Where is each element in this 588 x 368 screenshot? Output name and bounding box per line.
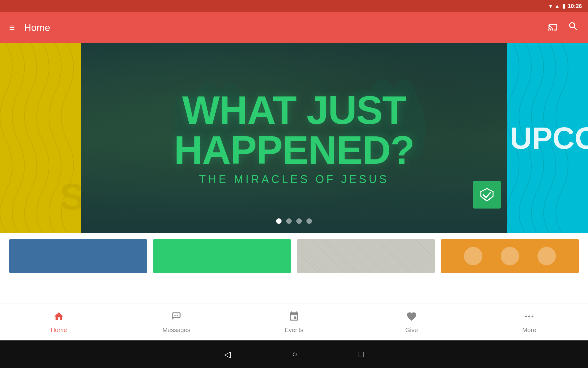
carousel-text-overlay: WHAT JUSTHAPPENED? THE MIRACLES OF JESUS (124, 90, 464, 186)
nav-item-events[interactable]: Events (235, 311, 353, 334)
home-button[interactable]: ○ (292, 349, 297, 359)
card-gray[interactable] (297, 239, 435, 273)
wifi-icon: ▾ (549, 3, 552, 10)
carousel-dot-1[interactable] (276, 218, 282, 224)
time-display: 10:26 (568, 3, 582, 10)
back-button[interactable]: ◁ (224, 349, 231, 359)
bottom-nav: Home Messages Events Give (0, 304, 588, 340)
nav-item-more[interactable]: More (470, 311, 588, 334)
card-green[interactable] (153, 239, 291, 273)
search-icon[interactable] (568, 21, 579, 34)
home-icon (53, 311, 64, 325)
carousel-dot-2[interactable] (286, 218, 292, 224)
carousel-right-panel: UPCO (507, 43, 588, 233)
carousel-right-text: UPCO (510, 121, 588, 156)
carousel-sub-title: THE MIRACLES OF JESUS (124, 173, 464, 186)
carousel-left-text: S (60, 175, 81, 218)
card-blue[interactable] (9, 239, 147, 273)
messages-icon (171, 311, 182, 325)
carousel-dot-4[interactable] (307, 218, 312, 224)
nav-item-give[interactable]: Give (353, 311, 470, 334)
cast-icon[interactable] (548, 21, 559, 34)
more-icon (524, 311, 535, 325)
carousel-dots[interactable] (276, 218, 312, 224)
give-icon (406, 311, 417, 325)
nav-label-more: More (522, 327, 536, 334)
svg-point-9 (537, 247, 556, 265)
cards-section (0, 233, 588, 279)
nav-item-messages[interactable]: Messages (118, 311, 235, 334)
svg-point-8 (501, 247, 519, 265)
nav-label-home: Home (51, 327, 67, 334)
recents-button[interactable]: □ (359, 349, 364, 359)
svg-point-12 (532, 316, 533, 317)
badge-icon (473, 181, 501, 209)
carousel-dot-3[interactable] (296, 218, 302, 224)
carousel-center-panel[interactable]: WHAT JUSTHAPPENED? THE MIRACLES OF JESUS (81, 43, 507, 233)
status-bar: ▾ ▲ ▮ 10:26 (0, 0, 588, 12)
carousel-left-panel: S (0, 43, 81, 233)
status-bar-icons: ▾ ▲ ▮ 10:26 (549, 3, 582, 10)
nav-label-events: Events (285, 327, 303, 334)
events-icon (288, 311, 300, 325)
app-bar: ≡ Home (0, 12, 588, 43)
system-nav-bar: ◁ ○ □ (0, 340, 588, 368)
signal-icon: ▲ (554, 3, 560, 10)
app-bar-actions (548, 21, 579, 34)
page-title: Home (24, 22, 50, 33)
card-orange[interactable] (441, 239, 579, 273)
carousel-main-title: WHAT JUSTHAPPENED? (124, 90, 464, 170)
menu-icon[interactable]: ≡ (9, 22, 15, 33)
battery-icon: ▮ (562, 3, 565, 10)
svg-point-7 (464, 247, 482, 265)
nav-label-give: Give (405, 327, 418, 334)
svg-point-10 (525, 316, 527, 317)
nav-item-home[interactable]: Home (0, 311, 118, 334)
carousel-section[interactable]: S WHAT JUSTHAPPENED? THE MIRACLES OF JES… (0, 43, 588, 233)
nav-label-messages: Messages (162, 327, 190, 334)
svg-point-11 (528, 316, 530, 317)
